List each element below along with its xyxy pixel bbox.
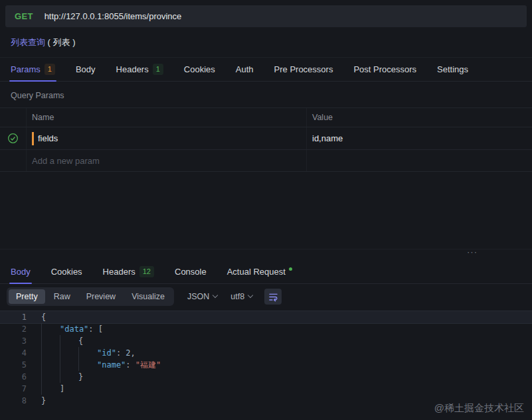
view-mode-pretty[interactable]: Pretty <box>9 289 45 304</box>
token-punct: , <box>131 347 135 359</box>
resize-handle-icon[interactable]: ··· <box>467 247 478 257</box>
http-method-badge[interactable]: GET <box>15 11 33 21</box>
response-toolbar: PrettyRawPreviewVisualize JSON utf8 <box>0 284 532 309</box>
format-select[interactable]: JSON <box>187 292 217 301</box>
tab-label: Params <box>11 64 41 74</box>
indent-guide <box>41 359 60 371</box>
response-tab-headers[interactable]: Headers12 <box>103 259 154 283</box>
token-key: "name" <box>97 359 126 371</box>
request-tabs: Params1BodyHeaders1CookiesAuthPre Proces… <box>0 57 532 82</box>
param-name-input[interactable]: fields <box>38 133 58 143</box>
line-number: 6 <box>0 371 27 383</box>
token-num: 2 <box>126 347 130 359</box>
column-header-name: Name <box>27 108 307 127</box>
breadcrumb-suffix: ( 列表 ) <box>45 37 76 47</box>
request-url-input[interactable]: http://127.0.0.1:8055/items/province <box>44 11 182 21</box>
params-gutter <box>0 108 27 127</box>
indent-guide <box>41 335 60 347</box>
token-punct: ] <box>60 383 64 395</box>
tab-count-badge: 1 <box>44 64 55 75</box>
param-value-input[interactable]: id,name <box>312 133 343 143</box>
view-mode-switch: PrettyRawPreviewVisualize <box>7 287 174 306</box>
tab-label: Auth <box>236 64 254 74</box>
response-tabs: BodyCookiesHeaders12ConsoleActual Reques… <box>0 259 532 284</box>
view-mode-visualize[interactable]: Visualize <box>124 289 172 304</box>
code-line: 3{ <box>0 335 532 347</box>
param-row: fields id,name <box>0 127 532 150</box>
token-punct: { <box>78 335 83 347</box>
request-tab-post-processors[interactable]: Post Processors <box>353 58 416 81</box>
request-tab-settings[interactable]: Settings <box>437 58 468 81</box>
code-line: 2"data": [ <box>0 323 532 335</box>
request-tab-cookies[interactable]: Cookies <box>184 58 215 81</box>
response-body-viewer[interactable]: 1{2"data": [3{4"id": 2,5"name": "福建"6}7]… <box>0 309 532 420</box>
tab-count-badge: 12 <box>139 266 154 277</box>
line-content: "data": [ <box>41 323 103 335</box>
indent-guide <box>41 371 60 383</box>
tab-label: Console <box>175 267 207 277</box>
format-select-value: JSON <box>187 292 209 301</box>
code-line: 7] <box>0 383 532 395</box>
token-punct: } <box>41 395 46 407</box>
request-tab-body[interactable]: Body <box>76 58 96 81</box>
tab-label: Body <box>11 267 31 277</box>
response-tab-body[interactable]: Body <box>11 259 31 283</box>
line-content: } <box>41 395 46 407</box>
line-number: 5 <box>0 359 27 371</box>
param-value-cell: id,name <box>307 133 532 143</box>
request-url-bar[interactable]: GET http://127.0.0.1:8055/items/province <box>5 5 527 27</box>
check-circle-icon[interactable] <box>7 133 19 144</box>
token-punct: : <box>126 359 135 371</box>
indent-guide <box>41 383 60 395</box>
tab-label: Headers <box>116 64 149 74</box>
tab-label: Settings <box>437 64 468 74</box>
add-param-placeholder[interactable]: Add a new param <box>27 150 307 171</box>
word-wrap-icon <box>268 292 278 302</box>
params-table-header: Name Value <box>0 107 532 127</box>
response-tab-actual-request[interactable]: Actual Request <box>227 259 292 283</box>
line-number: 4 <box>0 347 27 359</box>
add-param-row[interactable]: Add a new param <box>0 150 532 172</box>
tab-label: Pre Processors <box>274 64 333 74</box>
token-str: "福建" <box>135 359 161 371</box>
indent-guide <box>41 347 60 359</box>
token-key: "data" <box>60 323 88 335</box>
code-line: 5"name": "福建" <box>0 359 532 371</box>
code-line: 6} <box>0 371 532 383</box>
tab-label: Body <box>76 64 96 74</box>
response-tab-console[interactable]: Console <box>175 259 207 283</box>
response-tab-cookies[interactable]: Cookies <box>51 259 82 283</box>
request-tab-pre-processors[interactable]: Pre Processors <box>274 58 333 81</box>
indent-guide <box>78 347 97 359</box>
request-tab-headers[interactable]: Headers1 <box>116 58 163 81</box>
breadcrumb: 列表查询 ( 列表 ) <box>0 27 532 57</box>
indent-guide <box>41 323 60 335</box>
code-line: 1{ <box>0 311 532 323</box>
word-wrap-button[interactable] <box>264 289 282 305</box>
line-number: 1 <box>0 311 27 323</box>
indent-guide <box>60 371 78 383</box>
query-params-label: Query Params <box>0 82 532 107</box>
view-mode-preview[interactable]: Preview <box>79 289 123 304</box>
breadcrumb-link[interactable]: 列表查询 <box>11 37 45 47</box>
line-content: "name": "福建" <box>41 359 161 371</box>
tab-count-badge: 1 <box>153 64 163 75</box>
add-param-gutter <box>0 150 27 171</box>
token-punct: } <box>78 371 83 383</box>
param-enabled-cell <box>0 127 27 149</box>
tab-label: Actual Request <box>227 267 286 277</box>
indent-guide <box>78 359 97 371</box>
line-number: 8 <box>0 395 27 407</box>
request-tab-params[interactable]: Params1 <box>11 58 55 81</box>
tab-label: Cookies <box>51 267 82 277</box>
token-punct: { <box>41 311 46 323</box>
column-header-value: Value <box>307 113 532 122</box>
chevron-down-icon <box>213 293 218 298</box>
token-punct: : [ <box>88 323 103 335</box>
indent-guide <box>60 347 78 359</box>
encoding-select[interactable]: utf8 <box>230 292 252 301</box>
indent-guide <box>60 359 78 371</box>
chevron-down-icon <box>248 293 253 298</box>
view-mode-raw[interactable]: Raw <box>46 289 78 304</box>
request-tab-auth[interactable]: Auth <box>236 58 254 81</box>
